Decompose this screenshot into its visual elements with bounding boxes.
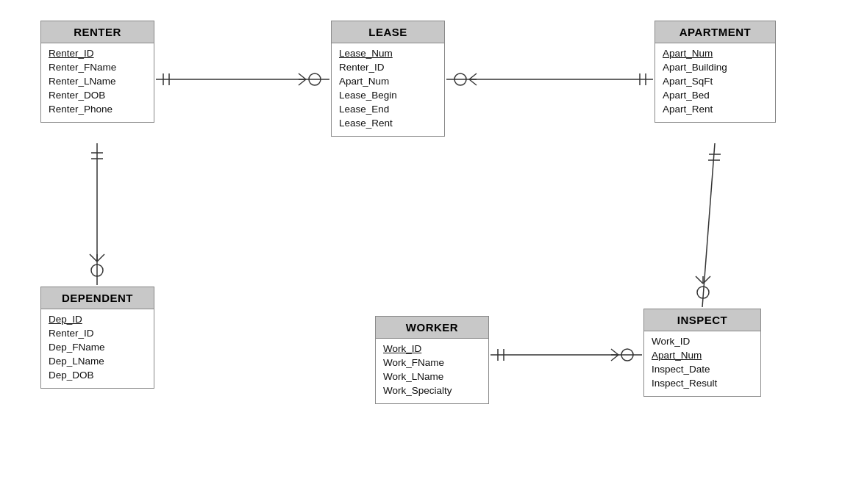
entity-apartment-body: Apart_Num Apart_Building Apart_SqFt Apar… xyxy=(655,43,775,122)
svg-point-31 xyxy=(621,349,633,361)
field-apart-bed: Apart_Bed xyxy=(663,88,768,102)
field-lease-num: Lease_Num xyxy=(339,46,437,60)
entity-worker-body: Work_ID Work_FName Work_LName Work_Speci… xyxy=(376,339,488,403)
entity-renter-body: Renter_ID Renter_FName Renter_LName Rent… xyxy=(41,43,154,122)
svg-line-9 xyxy=(469,73,477,79)
entity-worker: WORKER Work_ID Work_FName Work_LName Wor… xyxy=(375,316,489,404)
entity-inspect-header: INSPECT xyxy=(644,309,760,331)
svg-line-25 xyxy=(696,276,703,284)
entity-inspect: INSPECT Work_ID Apart_Num Inspect_Date I… xyxy=(643,309,761,397)
diagram-container: RENTER Renter_ID Renter_FName Renter_LNa… xyxy=(0,0,856,504)
entity-worker-header: WORKER xyxy=(376,317,488,339)
field-renter-id: Renter_ID xyxy=(49,46,146,60)
field-renter-phone: Renter_Phone xyxy=(49,102,146,116)
field-renter-lname: Renter_LName xyxy=(49,74,146,88)
field-dep-fname: Dep_FName xyxy=(49,340,146,354)
entity-lease-body: Lease_Num Renter_ID Apart_Num Lease_Begi… xyxy=(332,43,444,136)
entity-renter: RENTER Renter_ID Renter_FName Renter_LNa… xyxy=(40,21,154,123)
svg-line-19 xyxy=(97,254,104,262)
svg-point-17 xyxy=(91,264,103,276)
field-dep-lname: Dep_LName xyxy=(49,354,146,368)
field-apart-num: Apart_Num xyxy=(663,46,768,60)
field-inspect-date: Inspect_Date xyxy=(652,362,753,376)
entity-renter-header: RENTER xyxy=(41,21,154,43)
entity-apartment: APARTMENT Apart_Num Apart_Building Apart… xyxy=(655,21,776,123)
field-dep-id: Dep_ID xyxy=(49,312,146,326)
svg-line-21 xyxy=(702,143,715,307)
svg-line-26 xyxy=(703,276,710,284)
svg-line-18 xyxy=(90,254,97,262)
field-apart-sqft: Apart_SqFt xyxy=(663,74,768,88)
svg-line-10 xyxy=(469,79,477,85)
field-lease-begin: Lease_Begin xyxy=(339,88,437,102)
svg-line-5 xyxy=(299,79,306,85)
field-renter-dob: Renter_DOB xyxy=(49,88,146,102)
field-apart-rent: Apart_Rent xyxy=(663,102,768,116)
entity-dependent: DEPENDENT Dep_ID Renter_ID Dep_FName Dep… xyxy=(40,287,154,389)
entity-apartment-header: APARTMENT xyxy=(655,21,775,43)
field-dep-dob: Dep_DOB xyxy=(49,368,146,382)
svg-line-32 xyxy=(611,349,618,355)
field-inspect-workid: Work_ID xyxy=(652,334,753,348)
field-work-fname: Work_FName xyxy=(383,356,481,370)
svg-point-8 xyxy=(454,73,466,85)
field-inspect-apartnum: Apart_Num xyxy=(652,348,753,362)
field-dep-renterid: Renter_ID xyxy=(49,326,146,340)
svg-line-4 xyxy=(299,73,306,79)
entity-dependent-body: Dep_ID Renter_ID Dep_FName Dep_LName Dep… xyxy=(41,309,154,388)
entity-dependent-header: DEPENDENT xyxy=(41,287,154,309)
field-lease-rent: Lease_Rent xyxy=(339,116,437,130)
field-lease-renterid: Renter_ID xyxy=(339,60,437,74)
field-inspect-result: Inspect_Result xyxy=(652,376,753,390)
entity-inspect-body: Work_ID Apart_Num Inspect_Date Inspect_R… xyxy=(644,331,760,396)
field-lease-end: Lease_End xyxy=(339,102,437,116)
field-renter-fname: Renter_FName xyxy=(49,60,146,74)
entity-lease: LEASE Lease_Num Renter_ID Apart_Num Leas… xyxy=(331,21,445,137)
field-apart-building: Apart_Building xyxy=(663,60,768,74)
svg-line-33 xyxy=(611,355,618,361)
field-work-lname: Work_LName xyxy=(383,370,481,384)
svg-point-3 xyxy=(309,73,321,85)
field-work-id: Work_ID xyxy=(383,342,481,356)
field-work-specialty: Work_Specialty xyxy=(383,384,481,397)
field-lease-apartnum: Apart_Num xyxy=(339,74,437,88)
svg-point-24 xyxy=(697,287,709,298)
entity-lease-header: LEASE xyxy=(332,21,444,43)
